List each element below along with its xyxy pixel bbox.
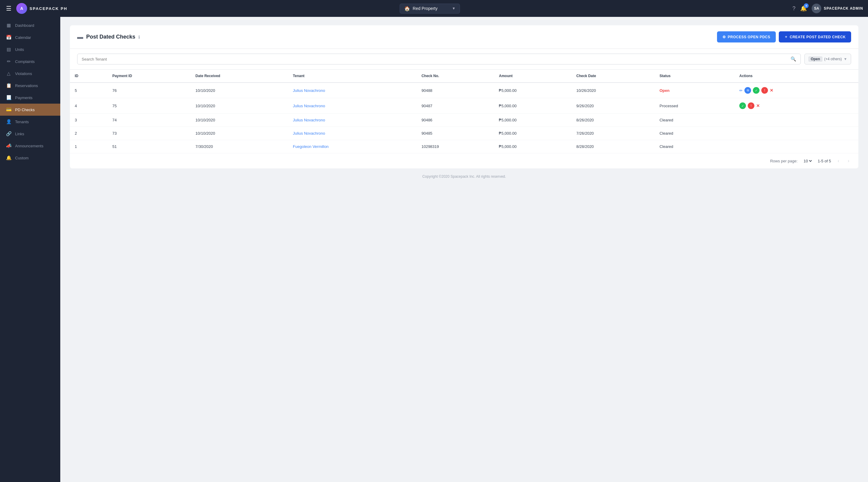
cell-payment-id: 51 bbox=[107, 140, 191, 153]
actions-cell: ✓ ! ✕ bbox=[739, 102, 854, 109]
sidebar-label-announcements: Announcements bbox=[15, 144, 43, 148]
top-navigation: ☰ A SPACEPACK PH 🏠 Red Property ▼ ? 🔔 0 … bbox=[0, 0, 868, 17]
tenants-icon: 👤 bbox=[6, 119, 11, 124]
cell-id: 5 bbox=[70, 83, 107, 98]
cell-amount: ₱5,000.00 bbox=[494, 98, 571, 114]
avatar: SA bbox=[812, 4, 821, 13]
search-input[interactable] bbox=[82, 57, 788, 61]
sidebar-label-pd-checks: PD Checks bbox=[15, 107, 35, 112]
sidebar-label-custom: Custom bbox=[15, 156, 29, 160]
app-name: SPACEPACK PH bbox=[30, 6, 67, 11]
plus-icon: ＋ bbox=[784, 34, 788, 39]
sidebar-item-announcements[interactable]: 📣 Announcements bbox=[0, 140, 60, 152]
page-title-wrap: ▬ Post Dated Checks ℹ bbox=[77, 33, 140, 40]
sidebar-item-units[interactable]: ▤ Units bbox=[0, 43, 60, 56]
sidebar-item-payments[interactable]: 📃 Payments bbox=[0, 92, 60, 104]
tenant-link[interactable]: Fuegoleon Vermillon bbox=[293, 144, 329, 149]
page-help-icon[interactable]: ℹ bbox=[138, 35, 140, 39]
pd-checks-icon: 💳 bbox=[6, 107, 11, 113]
sidebar-item-pd-checks[interactable]: 💳 PD Checks bbox=[0, 104, 60, 116]
col-header-tenant: Tenant bbox=[288, 70, 417, 83]
cell-status: Cleared bbox=[655, 140, 735, 153]
sidebar-item-links[interactable]: 🔗 Links bbox=[0, 128, 60, 140]
sidebar-item-complaints[interactable]: ✏ Complaints bbox=[0, 56, 60, 67]
tenant-link[interactable]: Julius Novachrono bbox=[293, 131, 325, 135]
sidebar-item-custom[interactable]: 🔔 Custom bbox=[0, 152, 60, 164]
actions-cell: ✏ ⧉ ✓ ! ✕ bbox=[739, 87, 854, 94]
tenant-link[interactable]: Julius Novachrono bbox=[293, 88, 325, 93]
page-title: Post Dated Checks bbox=[86, 34, 135, 40]
process-open-pdcs-button[interactable]: ⚙ PROCESS OPEN PDCS bbox=[717, 31, 776, 42]
cell-payment-id: 75 bbox=[107, 98, 191, 114]
cell-actions bbox=[735, 127, 858, 140]
property-selector[interactable]: 🏠 Red Property ▼ bbox=[400, 4, 460, 13]
table-row: 4 75 10/10/2020 Julius Novachrono 90487 … bbox=[70, 98, 858, 114]
sidebar: ▦ Dashboard 📅 Calendar ▤ Units ✏ Complai… bbox=[0, 17, 60, 482]
cell-payment-id: 76 bbox=[107, 83, 191, 98]
close-icon[interactable]: ✕ bbox=[756, 103, 760, 108]
table-row: 2 73 10/10/2020 Julius Novachrono 90485 … bbox=[70, 127, 858, 140]
cell-amount: ₱5,000.00 bbox=[494, 140, 571, 153]
username: SPACEPACK ADMIN bbox=[824, 6, 863, 10]
page-title-icon: ▬ bbox=[77, 33, 83, 40]
warn-icon[interactable]: ! bbox=[761, 87, 768, 94]
status-filter[interactable]: Open (+4 others) ▼ bbox=[804, 54, 851, 64]
tenant-link[interactable]: Julius Novachrono bbox=[293, 118, 325, 122]
next-page-button[interactable]: › bbox=[846, 158, 851, 164]
cell-check-date: 8/26/2020 bbox=[571, 114, 655, 127]
sidebar-item-violations[interactable]: △ Violations bbox=[0, 67, 60, 79]
cell-actions bbox=[735, 140, 858, 153]
search-icon: 🔍 bbox=[790, 56, 796, 62]
status-badge: Open bbox=[659, 88, 670, 93]
notification-button[interactable]: 🔔 0 bbox=[800, 5, 807, 12]
col-header-amount: Amount bbox=[494, 70, 571, 83]
sidebar-label-tenants: Tenants bbox=[15, 120, 29, 124]
col-header-id: ID bbox=[70, 70, 107, 83]
prev-page-button[interactable]: ‹ bbox=[836, 158, 841, 164]
logo-icon: A bbox=[16, 3, 27, 14]
cell-actions: ✓ ! ✕ bbox=[735, 98, 858, 114]
check-icon[interactable]: ✓ bbox=[753, 87, 760, 94]
sidebar-item-reservations[interactable]: 📋 Reservations bbox=[0, 79, 60, 92]
links-icon: 🔗 bbox=[6, 131, 11, 136]
status-badge: Processed bbox=[659, 104, 678, 108]
help-button[interactable]: ? bbox=[792, 5, 795, 12]
sidebar-item-dashboard[interactable]: ▦ Dashboard bbox=[0, 19, 60, 31]
copy-icon[interactable]: ⧉ bbox=[744, 87, 751, 94]
cell-date-received: 10/10/2020 bbox=[191, 127, 288, 140]
property-name: Red Property bbox=[412, 6, 450, 11]
tenant-link[interactable]: Julius Novachrono bbox=[293, 104, 325, 108]
close-icon[interactable]: ✕ bbox=[770, 88, 773, 93]
cell-actions: ✏ ⧉ ✓ ! ✕ bbox=[735, 83, 858, 98]
cell-amount: ₱5,000.00 bbox=[494, 127, 571, 140]
rows-per-page-select[interactable]: 10 25 50 bbox=[802, 158, 813, 164]
status-badge: Cleared bbox=[659, 144, 673, 149]
cell-amount: ₱5,000.00 bbox=[494, 114, 571, 127]
hamburger-menu[interactable]: ☰ bbox=[5, 4, 13, 13]
sidebar-item-tenants[interactable]: 👤 Tenants bbox=[0, 116, 60, 128]
status-badge: Cleared bbox=[659, 118, 673, 122]
sidebar-label-reservations: Reservations bbox=[15, 84, 38, 88]
cell-check-no: 90488 bbox=[416, 83, 494, 98]
cell-id: 4 bbox=[70, 98, 107, 114]
sidebar-item-calendar[interactable]: 📅 Calendar bbox=[0, 31, 60, 43]
cell-status: Processed bbox=[655, 98, 735, 114]
cell-check-no: 10298319 bbox=[416, 140, 494, 153]
cell-id: 1 bbox=[70, 140, 107, 153]
warn-icon[interactable]: ! bbox=[748, 102, 754, 109]
create-post-dated-check-button[interactable]: ＋ CREATE POST DATED CHECK bbox=[779, 31, 851, 42]
copyright-text: Copyright ©2020 Spacepack Inc. All right… bbox=[422, 174, 506, 179]
page-info: 1-5 of 5 bbox=[818, 159, 831, 163]
search-filter-row: 🔍 Open (+4 others) ▼ bbox=[70, 49, 858, 70]
check-icon[interactable]: ✓ bbox=[739, 102, 746, 109]
filter-others-label: (+4 others) bbox=[824, 57, 842, 61]
filter-active-label: Open bbox=[808, 56, 823, 62]
cell-tenant: Julius Novachrono bbox=[288, 114, 417, 127]
edit-icon[interactable]: ✏ bbox=[739, 88, 743, 93]
help-icon: ? bbox=[792, 5, 795, 11]
cell-check-date: 10/26/2020 bbox=[571, 83, 655, 98]
main-content: ▬ Post Dated Checks ℹ ⚙ PROCESS OPEN PDC… bbox=[60, 17, 868, 482]
user-menu[interactable]: SA SPACEPACK ADMIN bbox=[812, 4, 863, 13]
payments-icon: 📃 bbox=[6, 95, 11, 100]
rows-per-page-label: Rows per page: bbox=[770, 159, 798, 163]
